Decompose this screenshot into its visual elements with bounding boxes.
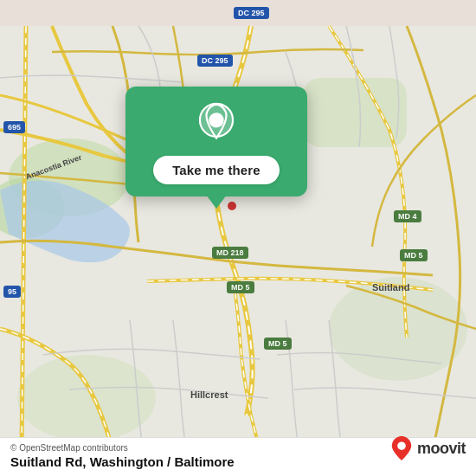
road-badge-695: 695 (3, 121, 25, 133)
road-badge-md218: MD 218 (212, 247, 248, 259)
road-badge-md5-right: MD 5 (400, 249, 428, 261)
svg-point-4 (329, 277, 467, 381)
moovit-text: moovit (417, 440, 466, 458)
place-label-hillcrest: Hillcrest (190, 389, 228, 400)
road-badge-md5-center: MD 5 (227, 281, 254, 293)
road-badge-95: 95 (3, 286, 21, 298)
road-badge-dc295-top: DC 295 (234, 7, 269, 19)
moovit-pin-icon (389, 436, 414, 460)
attribution-text: © OpenStreetMap contributors (10, 443, 128, 453)
map-svg (0, 0, 476, 476)
take-me-there-button[interactable]: Take me there (153, 156, 280, 184)
svg-point-9 (397, 441, 406, 450)
popup-card: Take me there (125, 87, 307, 196)
map-pin-icon (194, 102, 239, 147)
svg-point-6 (228, 202, 236, 210)
place-label-suitland: Suitland (372, 282, 409, 293)
moovit-logo: moovit (389, 436, 466, 460)
road-badge-md4: MD 4 (394, 210, 421, 222)
bottom-bar: © OpenStreetMap contributors Suitland Rd… (0, 437, 476, 476)
map-container: DC 295 DC 295 MD 218 MD 5 MD 5 MD 4 MD 5… (0, 0, 476, 476)
road-badge-md5-lower: MD 5 (264, 338, 292, 350)
road-badge-dc295-mid: DC 295 (197, 55, 233, 67)
